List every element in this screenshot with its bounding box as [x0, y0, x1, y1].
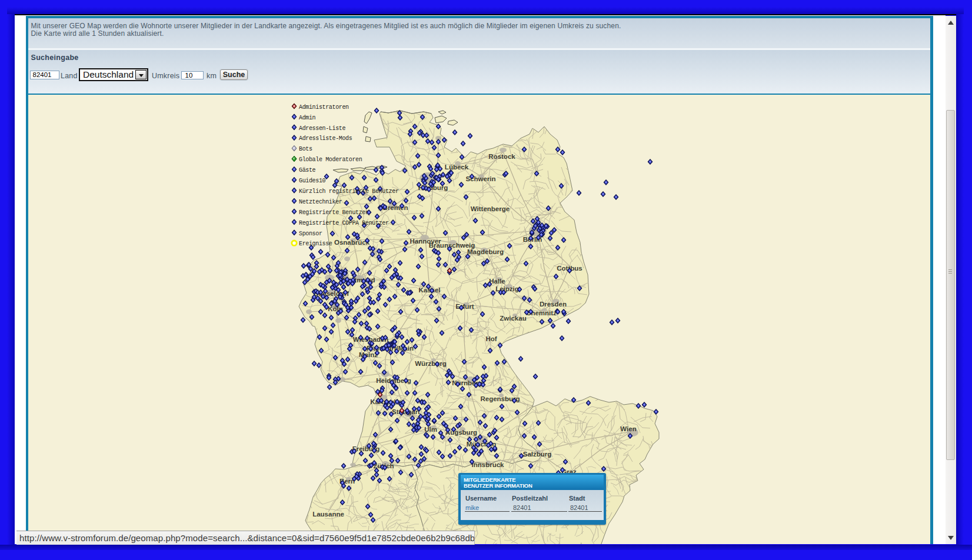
svg-text:Innsbruck: Innsbruck — [472, 461, 505, 468]
svg-text:Bots: Bots — [299, 146, 312, 152]
svg-text:Wien: Wien — [620, 425, 636, 432]
svg-text:Hof: Hof — [485, 335, 497, 342]
svg-text:Admin: Admin — [299, 115, 316, 121]
svg-text:Ereignisse: Ereignisse — [299, 241, 332, 247]
svg-text:Würzburg: Würzburg — [415, 360, 447, 367]
svg-text:Registrierte Benutzer: Registrierte Benutzer — [299, 209, 369, 216]
svg-text:Magdeburg: Magdeburg — [467, 248, 504, 255]
svg-text:Osnabrück: Osnabrück — [334, 239, 370, 246]
svg-text:Erfurt: Erfurt — [455, 303, 474, 310]
svg-text:Rostock: Rostock — [488, 153, 515, 160]
svg-text:Kürzlich registrierte Benutzer: Kürzlich registrierte Benutzer — [299, 188, 399, 195]
svg-text:Wittenberge: Wittenberge — [471, 205, 510, 212]
svg-text:Globale Moderatoren: Globale Moderatoren — [299, 156, 362, 163]
svg-text:Salzburg: Salzburg — [523, 451, 552, 458]
svg-text:Registrierte COPPA Benutzer: Registrierte COPPA Benutzer — [299, 220, 389, 226]
svg-text:Guides10: Guides10 — [299, 178, 326, 184]
svg-text:Gäste: Gäste — [299, 167, 316, 174]
svg-text:Adressliste-Mods: Adressliste-Mods — [299, 135, 352, 142]
svg-text:Mainz: Mainz — [359, 351, 378, 358]
svg-text:Adressen-Liste: Adressen-Liste — [299, 125, 345, 132]
svg-text:Netztechniker: Netztechniker — [299, 199, 342, 205]
svg-text:Sponsor: Sponsor — [299, 231, 322, 237]
svg-text:Dresden: Dresden — [540, 301, 567, 308]
svg-text:Ulm: Ulm — [424, 426, 437, 433]
svg-text:Lübeck: Lübeck — [445, 164, 469, 171]
svg-text:Zwickau: Zwickau — [500, 315, 526, 322]
svg-text:Administratoren: Administratoren — [299, 104, 349, 111]
svg-text:Lausanne: Lausanne — [312, 511, 344, 518]
